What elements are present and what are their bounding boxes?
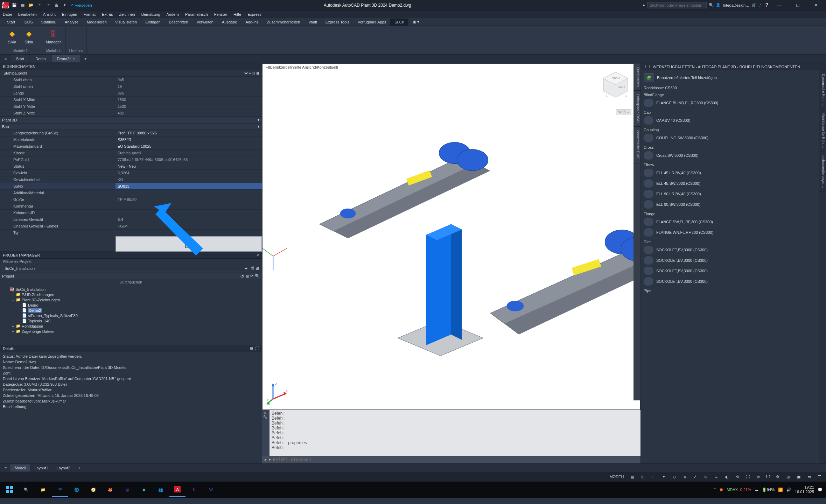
ribbon-btn-sikla-2[interactable]: ◆ Sikla [22,27,36,45]
apps-icon[interactable]: ⛬ [758,3,762,7]
qat-open-icon[interactable]: 📂 [28,2,34,8]
properties-section-plant3d[interactable]: Plant 3D▾ [0,117,262,123]
prop-value[interactable]: EU Standard 10025 [115,143,262,150]
qat-redo-icon[interactable]: ↷ [45,2,51,8]
task-app-1[interactable]: ▦ [119,483,135,497]
tree-item-typicals-140[interactable]: 📄Typicals_140 [1,318,260,323]
viewport[interactable]: [−][Benutzerdefinierte Ansicht][Konzeptu… [262,64,640,410]
ribbon-tab-zusammenarbeiten[interactable]: Zusammenarbeiten [263,19,304,26]
vp-tab-isometrische[interactable]: Isometrische DWG [634,127,640,163]
palette-item[interactable]: ELL 45 LR,BV,40 (CS300) [642,168,818,178]
help-icon[interactable]: ❔ [764,3,769,7]
project-select[interactable]: SuCri_Installation [2,265,249,272]
tree-item-rohrklassen[interactable]: +📁Rohrklassen [1,323,260,329]
task-word[interactable]: W [203,483,219,497]
cmd-close-icon[interactable]: × [264,411,266,415]
palette-item[interactable]: FLANGE SW,FL,RF,300 (CS300) [642,217,818,227]
menu-express[interactable]: Express [247,12,261,16]
menu-einfügen[interactable]: Einfügen [62,12,77,16]
status-model[interactable]: MODELL [609,475,625,479]
search-icon[interactable]: 🔍 [709,3,714,7]
task-app-2[interactable]: ◆ [136,483,152,497]
prop-value[interactable]: 19 [115,83,262,90]
tree-expander[interactable]: - [11,298,15,302]
properties-type-select[interactable]: Stahlbauprofil [2,71,249,76]
snap-icon[interactable]: ⊞ [639,473,646,480]
status-scale[interactable]: 1:1 [765,475,771,479]
battery-icon[interactable]: 🔋94% [762,488,775,492]
palette-item[interactable]: CAP,BV,40 (CS300) [642,115,818,126]
grid-icon[interactable]: ▦ [629,473,636,480]
details-icon-1[interactable]: ▤ [250,346,253,351]
prop-value[interactable]: 945 [115,77,262,83]
osnap-icon[interactable]: ◇ [671,473,678,480]
palette-item[interactable]: FLANGE WN,FL,RF,300 (CS300) [642,227,818,238]
hardware-icon[interactable]: ▣ [795,473,802,480]
project-action-icon-1[interactable]: 🗐 [251,266,254,271]
ribbon-tab-start[interactable]: Start [3,19,19,26]
ribbon-tab-verfügbare-apps[interactable]: Verfügbare Apps [354,19,390,26]
palette-item[interactable]: SOCKOLET,BV,3000 (CS300) [642,245,818,255]
ribbon-tab-stahlbau[interactable]: Stahlbau [37,19,61,26]
search-caret-icon[interactable]: ▸ [643,3,645,7]
layout-tab-layout1[interactable]: Layout1 [30,464,52,471]
palette-item[interactable]: SOCKOLET,BV,3000 (CS300) [642,266,818,276]
tree-expander[interactable]: - [5,287,8,292]
prop-value[interactable]: S355JR [115,136,262,143]
close-icon[interactable]: × [73,57,75,61]
prop-value[interactable]: 482 [115,110,262,117]
prop-value[interactable]: 1500 [115,103,262,110]
tree-item-demo[interactable]: 📄Demo [1,302,260,308]
volume-icon[interactable]: 🔊 [786,488,791,492]
doc-tab-demo2[interactable]: Demo2*× [52,55,80,62]
ribbon-btn-manager[interactable]: 🗄 Manager [44,27,62,45]
ribbon-tab-visualisieren[interactable]: Visualisieren [111,19,141,26]
add-layout-button[interactable]: ＋ [75,464,84,472]
vp-tab-quelldateien[interactable]: Quelldateien [634,64,640,91]
ribbon-tab-add-ins[interactable]: Add-ins [241,19,262,26]
menu-datei[interactable]: Datei [3,12,12,16]
ortho-icon[interactable]: ∟ [650,473,657,480]
layout-tab-modell[interactable]: Modell [10,464,30,471]
prop-value[interactable] [115,190,262,196]
cart-icon[interactable]: 🛒 [751,3,756,7]
close-icon[interactable]: × [257,253,259,257]
tree-expander[interactable]: + [11,293,15,297]
command-input[interactable] [273,457,638,462]
customize-icon[interactable]: ☰ [816,473,823,480]
ribbon-tab-express-tools[interactable]: Express Tools [321,19,354,26]
palette-item[interactable]: SOCKOLET,BV,3000 (CS300) [642,255,818,266]
task-onenote[interactable]: N [186,483,202,497]
ribbon-tab-vault[interactable]: Vault [304,19,321,26]
task-teams[interactable]: 👥 [153,483,169,497]
qat-more-icon[interactable]: ▾ [62,2,68,8]
otrack-icon[interactable]: ∠ [692,473,699,480]
search-icon[interactable]: 🔍 [255,274,260,278]
grid-icon[interactable]: ▦ [245,274,249,278]
prop-value[interactable]: KG [115,176,262,183]
ribbon-tab-beschriften[interactable]: Beschriften [165,19,192,26]
viewcube[interactable]: OBEN LINKS W S [600,69,631,101]
ribbon-tab-einfügen[interactable]: Einfügen [141,19,164,26]
view-icon[interactable]: ◔ [240,274,244,278]
tree-expander[interactable]: + [11,324,15,328]
lwt-icon[interactable]: ≡ [713,473,720,480]
doc-tab-start[interactable]: Start [11,55,29,62]
quickcalc-icon[interactable]: 🖩 [256,71,260,75]
menu-parametrisch[interactable]: Parametrisch [185,12,208,16]
prop-value[interactable]: 773fbda2-6b77-449a-8306-ab0164ff6c63 [115,156,262,163]
doc-tab-demo[interactable]: Demo [30,55,50,62]
palette-side-tab[interactable]: Instrumentierungsr… [819,152,826,192]
maximize-button[interactable]: ▢ [790,0,806,10]
project-action-icon-2[interactable]: 🖶 [256,266,260,271]
project-browse-button[interactable]: Durchsuchen [0,279,262,285]
transparency-icon[interactable]: ◐ [723,473,730,480]
ucs-icon[interactable]: Z X Y [266,382,290,406]
qat-plot-icon[interactable]: 🖶 [53,2,59,8]
ribbon-tab-sucri[interactable]: SuCri [390,19,408,26]
prop-value[interactable]: TP F 80/80 [115,196,262,203]
grip-icon[interactable]: ⋮⋮ [644,64,651,69]
menu-hilfe[interactable]: Hilfe [233,12,241,16]
prop-value[interactable]: SU013 [115,183,262,190]
prop-value[interactable] [115,210,262,216]
